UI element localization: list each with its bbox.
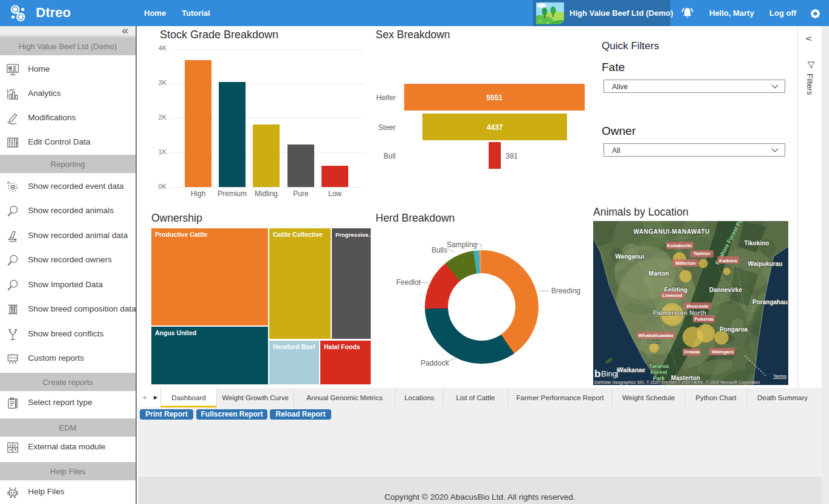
svg-text:Wanganui: Wanganui xyxy=(615,253,644,260)
svg-text:Forest: Forest xyxy=(650,369,667,375)
svg-text:Porangahau: Porangahau xyxy=(752,299,788,305)
svg-text:Kokakoriki: Kokakoriki xyxy=(667,243,692,248)
svg-text:Tikokino: Tikokino xyxy=(745,240,769,247)
svg-text:Dannevirke: Dannevirke xyxy=(709,287,742,293)
svg-text:Lewin: Lewin xyxy=(648,339,661,344)
svg-text:Pongaroa: Pongaroa xyxy=(720,326,748,333)
svg-text:Linwood: Linwood xyxy=(662,293,683,298)
svg-text:Terms: Terms xyxy=(773,373,786,379)
svg-text:WANGANUI-MANAWATU: WANGANUI-MANAWATU xyxy=(633,228,710,235)
svg-text:Waingaro: Waingaro xyxy=(712,349,734,355)
svg-text:Millerton: Millerton xyxy=(675,261,695,266)
svg-text:Bing: Bing xyxy=(601,369,617,378)
svg-text:Kaikora: Kaikora xyxy=(719,258,737,264)
svg-text:Tadmor: Tadmor xyxy=(693,251,711,256)
svg-text:Waikanae: Waikanae xyxy=(617,367,645,373)
svg-text:Whakaihuwaka: Whakaihuwaka xyxy=(638,333,673,338)
svg-text:Pukeroa: Pukeroa xyxy=(694,316,714,322)
svg-text:Tararua: Tararua xyxy=(649,363,669,369)
svg-text:Earthstar Geographics SIO, © 2: Earthstar Geographics SIO, © 2020 TomTom… xyxy=(594,380,760,385)
svg-text:Orawia: Orawia xyxy=(684,349,700,355)
svg-text:Waipukurau: Waipukurau xyxy=(748,261,783,267)
svg-text:Marton: Marton xyxy=(648,270,669,277)
svg-text:b: b xyxy=(594,368,600,380)
svg-text:Riverside: Riverside xyxy=(687,304,709,309)
